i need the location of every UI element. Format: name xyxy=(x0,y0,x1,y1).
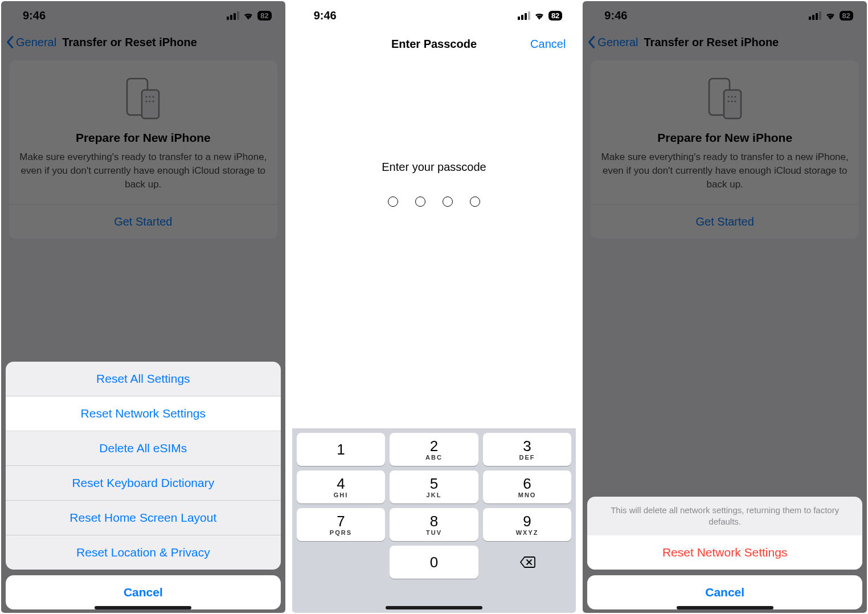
key-number: 6 xyxy=(523,476,531,491)
confirm-reset-network-button[interactable]: Reset Network Settings xyxy=(587,535,862,570)
key-number: 3 xyxy=(523,439,531,453)
reset-all-settings-option[interactable]: Reset All Settings xyxy=(6,362,281,396)
keypad-key-9[interactable]: 9WXYZ xyxy=(483,508,572,541)
delete-all-esims-option[interactable]: Delete All eSIMs xyxy=(6,431,281,466)
cellular-signal-icon xyxy=(518,11,530,20)
prepare-title: Prepare for New iPhone xyxy=(18,131,268,145)
nav-bar: General Transfer or Reset iPhone xyxy=(1,30,285,55)
keypad-key-8[interactable]: 8TUV xyxy=(390,508,478,541)
passcode-dot xyxy=(388,197,398,207)
svg-point-12 xyxy=(734,96,736,98)
back-button[interactable]: General xyxy=(16,36,56,49)
passcode-dot xyxy=(470,197,480,207)
key-letters: DEF xyxy=(519,454,535,461)
svg-point-11 xyxy=(731,96,732,98)
passcode-dot xyxy=(443,197,453,207)
home-indicator[interactable] xyxy=(677,606,773,609)
svg-point-14 xyxy=(731,101,732,103)
confirm-note: This will delete all network settings, r… xyxy=(587,497,862,536)
svg-point-10 xyxy=(727,96,729,98)
wifi-icon xyxy=(243,11,254,20)
screenshot-reset-options: 9:46 82 General Transfer or Reset iPhone… xyxy=(1,1,285,613)
reset-network-settings-option[interactable]: Reset Network Settings xyxy=(6,396,281,431)
keypad-key-0[interactable]: 0 xyxy=(390,546,478,579)
key-number: 1 xyxy=(337,442,345,457)
keypad-key-2[interactable]: 2ABC xyxy=(390,433,478,466)
screenshot-confirm-reset: 9:46 82 General Transfer or Reset iPhone… xyxy=(583,1,867,613)
wifi-icon xyxy=(534,11,545,20)
back-chevron-icon[interactable] xyxy=(6,35,14,49)
passcode-prompt: Enter your passcode xyxy=(382,161,486,174)
transfer-devices-icon xyxy=(18,76,268,121)
keypad-delete-button[interactable] xyxy=(483,546,572,579)
keypad-key-3[interactable]: 3DEF xyxy=(483,433,572,466)
status-indicators: 82 xyxy=(518,11,562,21)
prepare-card: Prepare for New iPhone Make sure everyth… xyxy=(9,60,277,239)
svg-rect-1 xyxy=(142,90,159,118)
passcode-dots xyxy=(388,197,480,207)
svg-rect-9 xyxy=(724,90,741,118)
key-letters: ABC xyxy=(425,454,443,461)
key-letters: MNO xyxy=(518,492,537,498)
key-number: 7 xyxy=(337,514,345,529)
battery-badge: 82 xyxy=(548,11,562,21)
key-number: 8 xyxy=(430,514,438,529)
key-number: 4 xyxy=(337,476,345,491)
status-bar: 9:46 82 xyxy=(292,1,576,30)
confirm-reset-sheet: This will delete all network settings, r… xyxy=(587,497,862,610)
passcode-title: Enter Passcode xyxy=(391,38,477,51)
key-letters: GHI xyxy=(334,492,349,498)
passcode-body: Enter your passcode xyxy=(292,58,576,428)
prepare-description: Make sure everything's ready to transfer… xyxy=(600,150,850,191)
status-indicators: 82 xyxy=(227,11,271,21)
svg-point-6 xyxy=(149,101,151,103)
cellular-signal-icon xyxy=(227,11,239,20)
back-button[interactable]: General xyxy=(597,36,638,49)
transfer-devices-icon xyxy=(600,76,850,121)
get-started-button[interactable]: Get Started xyxy=(18,205,268,239)
cancel-button[interactable]: Cancel xyxy=(6,575,281,609)
status-time: 9:46 xyxy=(23,9,46,22)
key-number: 0 xyxy=(430,555,438,570)
passcode-header: Enter Passcode Cancel xyxy=(292,30,576,58)
status-time: 9:46 xyxy=(604,9,627,22)
screenshot-enter-passcode: 9:46 82 Enter Passcode Cancel Enter your… xyxy=(292,1,576,613)
reset-home-screen-option[interactable]: Reset Home Screen Layout xyxy=(6,501,281,535)
keypad-key-1[interactable]: 1 xyxy=(297,433,386,466)
keypad-key-4[interactable]: 4GHI xyxy=(297,470,386,504)
keypad-key-5[interactable]: 5JKL xyxy=(390,470,478,504)
passcode-cancel-button[interactable]: Cancel xyxy=(530,38,566,51)
svg-point-15 xyxy=(734,101,736,103)
prepare-title: Prepare for New iPhone xyxy=(600,131,850,145)
key-number: 5 xyxy=(430,476,438,491)
status-time: 9:46 xyxy=(314,9,337,22)
prepare-description: Make sure everything's ready to transfer… xyxy=(18,150,268,191)
key-letters: TUV xyxy=(426,529,442,536)
keypad-key-6[interactable]: 6MNO xyxy=(483,470,572,504)
key-letters: JKL xyxy=(427,492,442,498)
key-letters: PQRS xyxy=(330,529,352,536)
home-indicator[interactable] xyxy=(386,606,482,609)
keypad-key-7[interactable]: 7PQRS xyxy=(297,508,386,541)
reset-keyboard-dictionary-option[interactable]: Reset Keyboard Dictionary xyxy=(6,466,281,501)
reset-action-sheet: Reset All Settings Reset Network Setting… xyxy=(6,362,281,609)
home-indicator[interactable] xyxy=(95,606,191,609)
back-chevron-icon[interactable] xyxy=(587,35,595,49)
svg-point-7 xyxy=(153,101,154,103)
battery-badge: 82 xyxy=(257,11,271,21)
svg-point-13 xyxy=(727,101,729,103)
numeric-keypad: 12ABC3DEF4GHI5JKL6MNO7PQRS8TUV9WXYZ0 xyxy=(292,428,576,613)
key-number: 2 xyxy=(430,439,438,453)
nav-title: Transfer or Reset iPhone xyxy=(644,36,779,49)
backspace-icon xyxy=(519,556,535,568)
svg-point-2 xyxy=(146,96,148,98)
nav-bar: General Transfer or Reset iPhone xyxy=(583,30,867,55)
cancel-button[interactable]: Cancel xyxy=(587,575,862,609)
reset-location-privacy-option[interactable]: Reset Location & Privacy xyxy=(6,535,281,570)
get-started-button[interactable]: Get Started xyxy=(600,205,850,239)
svg-point-5 xyxy=(146,101,148,103)
svg-point-4 xyxy=(153,96,154,98)
prepare-card: Prepare for New iPhone Make sure everyth… xyxy=(591,60,859,239)
keypad-blank xyxy=(297,546,386,579)
battery-badge: 82 xyxy=(840,11,853,21)
